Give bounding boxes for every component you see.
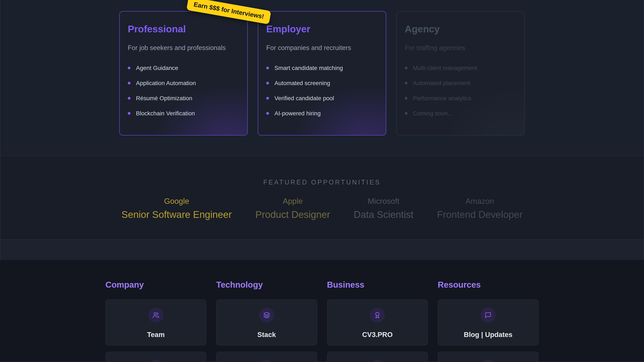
- plan-feature: Smart candidate matching: [266, 65, 378, 71]
- plan-feature-label: Smart candidate matching: [274, 65, 343, 71]
- plan-feature: Automated placement: [405, 80, 516, 86]
- plan-feature-label: Multi-client management: [413, 65, 477, 71]
- plan-title: Professional: [128, 24, 239, 34]
- plan-card-agency[interactable]: Agency For staffing agencies Multi-clien…: [396, 11, 525, 136]
- footer-column-heading: Resources: [438, 280, 538, 289]
- plan-feature: Agent Guidance: [128, 65, 239, 71]
- footer-card-stack[interactable]: Stack: [216, 299, 317, 346]
- featured-company: Microsoft: [354, 197, 414, 205]
- footer-card-partial[interactable]: [438, 352, 538, 362]
- message-square-icon: [480, 308, 496, 323]
- footer-card-icon: [480, 360, 496, 362]
- plan-subtitle: For companies and recruiters: [266, 44, 378, 52]
- featured-company: Google: [122, 197, 232, 205]
- bullet-dot-icon: [266, 112, 269, 115]
- footer-column-technology: Technology Stack: [216, 280, 317, 362]
- footer-card-cv3pro[interactable]: CV3.PRO: [327, 299, 428, 346]
- plan-feature-label: Coming soon...: [413, 111, 452, 116]
- featured-row: Google Senior Software Engineer Apple Pr…: [122, 197, 522, 219]
- featured-role: Product Designer: [255, 210, 330, 219]
- plan-feature: Verified candidate pool: [266, 95, 378, 101]
- plan-subtitle: For staffing agencies: [405, 44, 516, 52]
- plan-feature-list: Agent Guidance Application Automation Ré…: [128, 65, 239, 116]
- bullet-dot-icon: [405, 82, 408, 84]
- footer-card-blog[interactable]: Blog | Updates: [438, 299, 538, 346]
- plan-subtitle: For job seekers and professionals: [128, 44, 239, 52]
- plan-feature-label: AI-powered hiring: [274, 111, 320, 116]
- plan-feature: Performance analytics: [405, 95, 516, 101]
- footer-card-partial[interactable]: [327, 352, 428, 362]
- featured-heading: FEATURED OPPORTUNITIES: [263, 179, 381, 185]
- footer-column-company: Company Team: [106, 280, 206, 362]
- section-spacer: [0, 240, 644, 260]
- featured-item-amazon[interactable]: Amazon Frontend Developer: [437, 197, 522, 219]
- featured-role: Data Scientist: [354, 210, 414, 219]
- plan-feature: Résumé Optimization: [128, 95, 239, 101]
- footer-card-partial[interactable]: [216, 352, 317, 362]
- bullet-dot-icon: [128, 112, 130, 115]
- bullet-dot-icon: [405, 112, 408, 115]
- plan-feature: Application Automation: [128, 80, 239, 86]
- bullet-dot-icon: [128, 97, 130, 100]
- plan-feature: Multi-client management: [405, 65, 516, 71]
- featured-item-microsoft[interactable]: Microsoft Data Scientist: [354, 197, 414, 219]
- footer-card-label: CV3.PRO: [362, 331, 393, 338]
- bullet-dot-icon: [405, 97, 408, 100]
- plan-feature: Automated screening: [266, 80, 378, 86]
- footer-card-team[interactable]: Team: [106, 299, 206, 346]
- bullet-dot-icon: [128, 67, 130, 69]
- layers-icon: [259, 308, 274, 323]
- footer-card-partial[interactable]: [106, 352, 206, 362]
- featured-company: Apple: [255, 197, 330, 205]
- footer-card-icon: [148, 360, 164, 362]
- bullet-dot-icon: [266, 67, 269, 69]
- featured-opportunities-section: FEATURED OPPORTUNITIES Google Senior Sof…: [0, 156, 644, 240]
- plan-feature: Coming soon...: [405, 111, 516, 116]
- plan-title: Employer: [266, 24, 378, 34]
- bullet-dot-icon: [128, 82, 130, 84]
- footer: Company Team Technology Stack: [0, 260, 644, 361]
- footer-column-heading: Business: [327, 280, 428, 289]
- bullet-dot-icon: [266, 97, 269, 100]
- plan-feature-label: Blockchain Verification: [136, 111, 195, 116]
- plan-feature-label: Résumé Optimization: [136, 95, 192, 101]
- footer-card-icon: [259, 360, 274, 362]
- featured-role: Frontend Developer: [437, 210, 522, 219]
- bullet-dot-icon: [405, 67, 408, 69]
- footer-card-icon: [370, 360, 385, 362]
- bullet-dot-icon: [266, 82, 269, 84]
- plan-feature: AI-powered hiring: [266, 111, 378, 116]
- footer-column-business: Business CV3.PRO: [327, 280, 428, 362]
- featured-item-google[interactable]: Google Senior Software Engineer: [122, 197, 232, 219]
- plan-title: Agency: [405, 24, 516, 34]
- plans-row: Professional For job seekers and profess…: [0, 0, 644, 136]
- footer-card-label: Stack: [258, 331, 276, 338]
- plan-card-employer[interactable]: Employer For companies and recruiters Sm…: [258, 11, 386, 136]
- pricing-plans-section: Earn $$$ for Interviews! Professional Fo…: [0, 0, 644, 156]
- footer-card-label: Blog | Updates: [464, 331, 512, 338]
- featured-company: Amazon: [437, 197, 522, 205]
- plan-feature-label: Agent Guidance: [136, 65, 178, 71]
- plan-feature-label: Performance analytics: [413, 95, 471, 101]
- plan-feature-label: Verified candidate pool: [274, 95, 334, 101]
- footer-column-resources: Resources Blog | Updates: [438, 280, 538, 362]
- featured-item-apple[interactable]: Apple Product Designer: [255, 197, 330, 219]
- plan-feature-label: Automated placement: [413, 80, 470, 86]
- footer-card-label: Team: [147, 331, 165, 338]
- plan-feature-label: Application Automation: [136, 80, 196, 86]
- footer-column-heading: Technology: [216, 280, 317, 289]
- plan-feature-list: Smart candidate matching Automated scree…: [266, 65, 378, 116]
- footer-column-heading: Company: [106, 280, 206, 289]
- featured-role: Senior Software Engineer: [122, 210, 232, 219]
- plan-feature: Blockchain Verification: [128, 111, 239, 116]
- plan-card-professional[interactable]: Professional For job seekers and profess…: [119, 11, 248, 136]
- award-icon: [370, 308, 385, 323]
- plan-feature-list: Multi-client management Automated placem…: [405, 65, 516, 116]
- plan-feature-label: Automated screening: [274, 80, 330, 86]
- users-icon: [148, 308, 164, 323]
